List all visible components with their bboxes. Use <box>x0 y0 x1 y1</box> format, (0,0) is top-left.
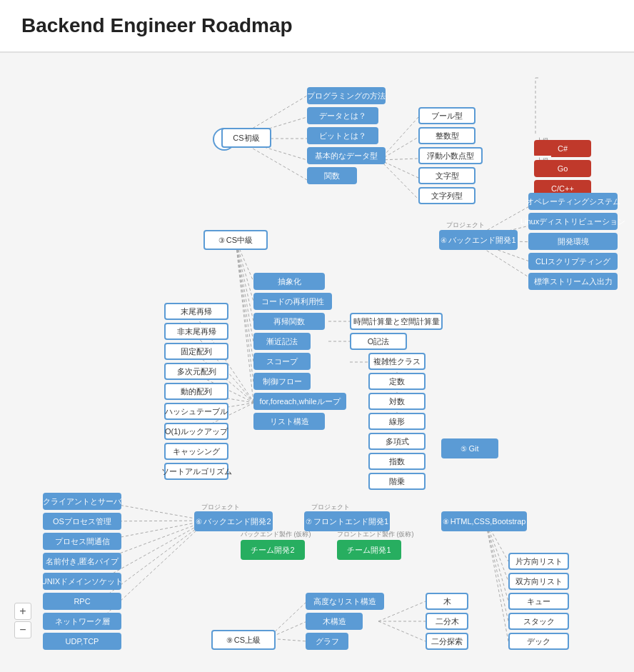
basic-data-type-node[interactable]: 基本的なデータ型 <box>307 147 386 164</box>
caching-node[interactable]: キャッシング <box>164 443 228 460</box>
svg-line-50 <box>485 521 508 601</box>
factorial-node[interactable]: 階乗 <box>368 473 426 490</box>
queue-node[interactable]: キュー <box>508 593 569 610</box>
svg-line-7 <box>380 159 418 160</box>
os-node[interactable]: オペレーティングシステム <box>528 193 618 210</box>
process-comm-node[interactable]: プロセス間通信 <box>43 533 121 550</box>
two-way-list-node[interactable]: 双方向リスト <box>508 573 569 590</box>
graph-node[interactable]: グラフ <box>306 633 348 650</box>
git-node[interactable]: ⑤ Git <box>441 438 498 458</box>
backend-dev1-node[interactable]: ④ バックエンド開発1 <box>439 230 518 250</box>
udp-tcp-node[interactable]: UDP,TCP <box>43 633 121 650</box>
go-node[interactable]: Go <box>534 160 591 177</box>
deque-node[interactable]: デック <box>508 633 569 650</box>
float-type-node[interactable]: 浮動小数点型 <box>418 147 483 164</box>
os-process-node[interactable]: OSプロセス管理 <box>43 513 121 530</box>
binary-tree-node[interactable]: 二分木 <box>426 613 468 630</box>
exponential-node[interactable]: 指数 <box>368 453 426 470</box>
stdin-stdout-node[interactable]: 標準ストリーム入出力 <box>528 273 618 290</box>
svg-line-47 <box>378 621 426 641</box>
code-reuse-node[interactable]: コードの再利用性 <box>253 293 332 310</box>
control-flow-node[interactable]: 制御フロー <box>253 373 311 390</box>
loop-node[interactable]: for,foreach,whileループ <box>253 393 346 410</box>
linux-distro-node[interactable]: Linuxディストリビューション <box>528 213 618 230</box>
sort-algorithm-node[interactable]: ソートアルゴリズム <box>164 463 228 480</box>
svg-line-21 <box>236 240 253 362</box>
binary-search-node[interactable]: 二分探索 <box>426 633 468 650</box>
abstraction-node[interactable]: 抽象化 <box>253 273 325 290</box>
one-way-list-node[interactable]: 片方向リスト <box>508 553 569 570</box>
polynomial-node[interactable]: 線形 <box>368 413 426 430</box>
dynamic-array-node[interactable]: 動的配列 <box>164 383 228 400</box>
scope-node[interactable]: スコープ <box>253 353 311 370</box>
svg-line-6 <box>380 137 418 160</box>
stack-node[interactable]: スタック <box>508 613 569 630</box>
unix-domain-node[interactable]: UNIXドメインソケット <box>43 573 121 590</box>
integer-type-node[interactable]: 整数型 <box>418 127 476 144</box>
advanced-list-node[interactable]: 高度なリスト構造 <box>306 593 384 610</box>
team-dev1-node[interactable]: チーム開発1 <box>337 540 401 560</box>
tree-structure-node[interactable]: 木構造 <box>306 613 363 630</box>
pair-node[interactable]: 対数 <box>368 393 426 410</box>
svg-line-45 <box>378 601 426 621</box>
page-title: Backend Engineer Roadmap <box>21 14 613 37</box>
frontend-dev1-node[interactable]: ⑦ フロントエンド開発1 <box>304 511 390 531</box>
hash-table-node[interactable]: ハッシュテーブル <box>164 403 228 420</box>
bool-type-node[interactable]: ブール型 <box>418 107 476 124</box>
svg-line-52 <box>485 521 508 641</box>
immutable-class-node[interactable]: 複雑性クラス <box>368 353 426 370</box>
svg-line-9 <box>380 160 418 199</box>
client-server-node[interactable]: クライアントとサーバ <box>43 493 121 510</box>
fixed-array-node[interactable]: 固定配列 <box>164 343 228 360</box>
svg-line-23 <box>236 240 253 403</box>
cs-beginner-label[interactable]: CS初級 <box>221 128 271 148</box>
string-type-node[interactable]: 文字型 <box>418 167 476 184</box>
function-node[interactable]: 関数 <box>307 167 357 184</box>
string-array-type-node[interactable]: 文字列型 <box>418 187 476 204</box>
tree-node[interactable]: 木 <box>426 593 468 610</box>
tail-recursion-node[interactable]: 末尾再帰 <box>164 303 228 320</box>
list-structure-node[interactable]: リスト構造 <box>253 413 325 430</box>
html-css-node[interactable]: ⑧ HTML,CSS,Bootstrap <box>441 511 527 531</box>
svg-line-8 <box>380 160 418 178</box>
cli-scripting-node[interactable]: CLIスクリプティング <box>528 253 618 270</box>
o1-lookup-node[interactable]: O(1)ルックアップ <box>164 423 228 440</box>
zoom-in-button[interactable]: + <box>14 603 31 620</box>
constant-node[interactable]: 定数 <box>368 373 426 390</box>
zoom-controls: + − <box>14 603 31 638</box>
time-space-complexity-node[interactable]: 時間計算量と空間計算量 <box>350 313 443 330</box>
dev-env-node[interactable]: 開発環境 <box>528 233 618 250</box>
svg-line-5 <box>380 117 418 160</box>
backend-dev2-node[interactable]: ⑥ バックエンド開発2 <box>194 511 273 531</box>
svg-line-19 <box>236 240 253 321</box>
recursive-func-node[interactable]: 再帰関数 <box>253 313 325 330</box>
canvas-container: ② CS初級 プログラミングの方法 データとは？ ビットとは？ 基本的なデータ型… <box>0 53 634 653</box>
svg-line-20 <box>236 240 253 342</box>
svg-line-51 <box>485 521 508 621</box>
multitype-node[interactable]: 多項式 <box>368 433 426 450</box>
o-notation-node[interactable]: O記法 <box>350 333 407 350</box>
rpc-node[interactable]: RPC <box>43 593 121 610</box>
programming-method-node[interactable]: プログラミングの方法 <box>307 87 386 104</box>
what-is-data-node[interactable]: データとは？ <box>307 107 378 124</box>
notation-node[interactable]: 漸近記法 <box>253 333 311 350</box>
cs-advanced-node[interactable]: ⑨ CS上級 <box>211 630 276 650</box>
svg-line-22 <box>236 240 253 383</box>
multi-array-node[interactable]: 多次元配列 <box>164 363 228 380</box>
network-layer-node[interactable]: ネットワーク層 <box>43 613 121 630</box>
page-header: Backend Engineer Roadmap <box>0 0 634 53</box>
non-tail-recursion-node[interactable]: 非末尾再帰 <box>164 323 228 340</box>
team-dev2-node[interactable]: チーム開発2 <box>241 540 305 560</box>
zoom-out-button[interactable]: − <box>14 621 31 638</box>
named-pipe-node[interactable]: 名前付き,匿名パイプ <box>43 553 121 570</box>
what-is-bit-node[interactable]: ビットとは？ <box>307 127 378 144</box>
cs-intermediate-node[interactable]: ③ CS中級 <box>203 230 268 250</box>
csharp-node[interactable]: C# <box>534 140 591 157</box>
